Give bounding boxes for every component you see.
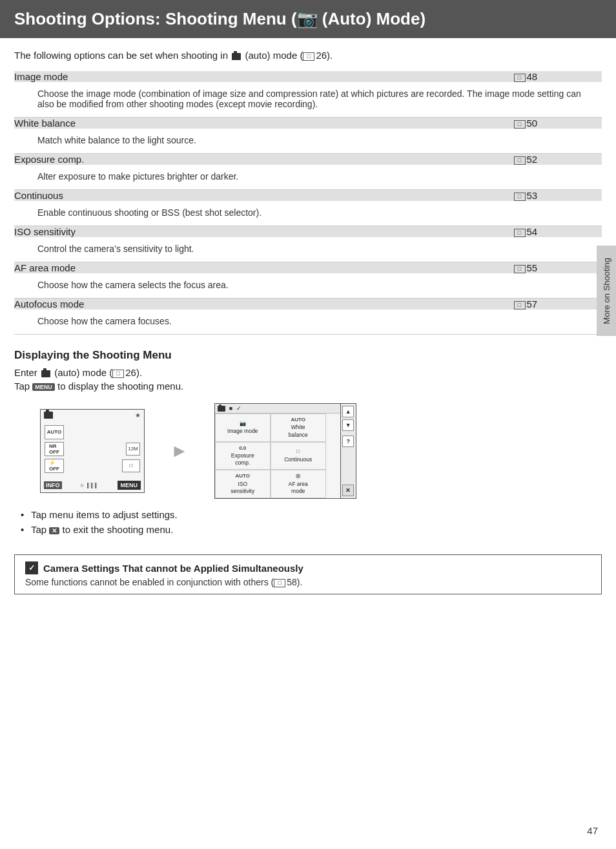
bullet-list: Tap menu items to adjust settings. Tap ✕… bbox=[21, 509, 602, 535]
page-header: Shooting Options: Shooting Menu (📷 (Auto… bbox=[0, 0, 616, 38]
menu-icon: MENU bbox=[32, 383, 55, 391]
table-row-iso: ISO sensitivity □54 bbox=[14, 226, 602, 238]
ref-icon-26: □ bbox=[303, 52, 314, 61]
intro-text: The following options can be set when sh… bbox=[14, 50, 602, 61]
card-icon: □ bbox=[122, 459, 140, 472]
option-label-autofocus: Autofocus mode bbox=[14, 299, 514, 310]
option-label-iso: ISO sensitivity bbox=[14, 226, 514, 238]
table-row-exposure-desc: Alter exposure to make pictures brighter… bbox=[14, 165, 602, 190]
menu-cell-af-label: AF areamode bbox=[289, 481, 308, 495]
res-icon: 12M bbox=[126, 443, 140, 456]
help-button[interactable]: ? bbox=[342, 435, 354, 447]
menu-cell-white-balance[interactable]: AUTO Whitebalance bbox=[271, 414, 326, 442]
camera-screen-left: ★ AUTO NROFF 12M ⚡OFF □ bbox=[40, 409, 145, 493]
image-icon: 📷 bbox=[240, 421, 246, 427]
bullet-item-1: Tap menu items to adjust settings. bbox=[21, 509, 602, 520]
table-row-autofocus: Autofocus mode □57 bbox=[14, 299, 602, 310]
ref-icon-58: □ bbox=[274, 579, 285, 587]
page-number: 47 bbox=[587, 825, 598, 836]
menu-tab-icon2: ✓ bbox=[236, 405, 241, 412]
af-cell-icon: ◎ bbox=[296, 473, 300, 479]
icon-row-3: ⚡OFF □ bbox=[45, 459, 140, 473]
option-desc-af-area: Choose how the camera selects the focus … bbox=[14, 273, 602, 299]
main-content: The following options can be set when sh… bbox=[0, 50, 616, 594]
menu-cell-image-label: Image mode bbox=[227, 428, 258, 435]
note-box-header: ✓ Camera Settings That cannot be Applied… bbox=[25, 561, 591, 574]
table-row-exposure: Exposure comp. □52 bbox=[14, 154, 602, 165]
menu-tab-icon: ■ bbox=[229, 405, 232, 412]
arrow-right-icon: ► bbox=[170, 441, 189, 461]
menu-cell-continuous[interactable]: □ Continuous bbox=[271, 442, 326, 470]
exp-cell-icon: 0.0 bbox=[239, 445, 246, 452]
down-button[interactable]: ▼ bbox=[342, 419, 354, 431]
option-label-af-area: AF area mode bbox=[14, 262, 514, 274]
option-ref-autofocus: □57 bbox=[514, 299, 602, 310]
page-title: Shooting Options: Shooting Menu (📷 (Auto… bbox=[14, 9, 602, 29]
icon-row-2: NROFF 12M bbox=[45, 442, 140, 456]
table-row-continuous-desc: Enable continuous shooting or BSS (best … bbox=[14, 201, 602, 226]
menu-cell-exposure[interactable]: 0.0 Exposurecomp. bbox=[215, 442, 271, 470]
option-desc-continuous: Enable continuous shooting or BSS (best … bbox=[14, 201, 602, 226]
screens-container: ★ AUTO NROFF 12M ⚡OFF □ bbox=[40, 403, 602, 499]
options-table: Image mode □48 Choose the image mode (co… bbox=[14, 71, 602, 335]
option-label-white-balance: White balance bbox=[14, 118, 514, 129]
option-ref-exposure: □52 bbox=[514, 154, 602, 165]
displaying-line1: Enter (auto) mode (□26). bbox=[14, 367, 602, 378]
cs-left-icons: AUTO NROFF 12M ⚡OFF □ bbox=[41, 423, 144, 476]
timer-display: ○ ‖‖‖ bbox=[81, 482, 99, 488]
table-row-autofocus-desc: Choose how the camera focuses. bbox=[14, 309, 602, 335]
note-title: Camera Settings That cannot be Applied S… bbox=[43, 563, 303, 574]
option-ref-af-area: □55 bbox=[514, 262, 602, 274]
cont-cell-icon: □ bbox=[296, 448, 300, 455]
table-row-continuous: Continuous □53 bbox=[14, 190, 602, 202]
table-row-af-area: AF area mode □55 bbox=[14, 262, 602, 274]
camera-screen-right: ■ ✓ 📷 Image mode AUTO Whitebalance bbox=[214, 403, 341, 499]
option-desc-exposure: Alter exposure to make pictures brighter… bbox=[14, 165, 602, 190]
table-row-iso-desc: Control the camera’s sensitivity to ligh… bbox=[14, 237, 602, 262]
option-desc-autofocus: Choose how the camera focuses. bbox=[14, 309, 602, 335]
note-box: ✓ Camera Settings That cannot be Applied… bbox=[14, 554, 602, 594]
ref-icon-26b: □ bbox=[112, 370, 124, 378]
close-button[interactable]: ✕ bbox=[342, 485, 354, 496]
option-desc-iso: Control the camera’s sensitivity to ligh… bbox=[14, 237, 602, 262]
menu-cell-exp-label: Exposurecomp. bbox=[231, 452, 254, 466]
auto-icon: AUTO bbox=[45, 425, 64, 439]
flash-icon: ⚡OFF bbox=[45, 459, 64, 473]
nr-off-icon: NROFF bbox=[45, 442, 64, 456]
menu-cell-iso-label: ISOsensitivity bbox=[231, 481, 254, 495]
menu-cell-image-mode[interactable]: 📷 Image mode bbox=[215, 414, 271, 442]
menu-cell-wb-label: Whitebalance bbox=[289, 424, 308, 438]
cs-right-top: ■ ✓ bbox=[215, 404, 340, 414]
menu-cell-cont-label: Continuous bbox=[284, 456, 312, 463]
option-label-image-mode: Image mode bbox=[14, 71, 514, 82]
icon-row-1: AUTO bbox=[45, 425, 140, 439]
x-icon: ✕ bbox=[49, 527, 59, 534]
option-ref-iso: □54 bbox=[514, 226, 602, 238]
displaying-line2: Tap MENU to display the shooting menu. bbox=[14, 381, 602, 392]
menu-cell-iso[interactable]: AUTO ISOsensitivity bbox=[215, 470, 271, 498]
cs-left-bottom: INFO ○ ‖‖‖ MENU bbox=[41, 479, 144, 492]
wb-cell-icon: AUTO bbox=[291, 417, 305, 423]
menu-button-screen[interactable]: MENU bbox=[118, 481, 141, 490]
menu-cell-af-area[interactable]: ◎ AF areamode bbox=[271, 470, 326, 498]
up-button[interactable]: ▲ bbox=[342, 406, 354, 417]
option-label-exposure: Exposure comp. bbox=[14, 154, 514, 165]
note-text: Some functions cannot be enabled in conj… bbox=[25, 577, 591, 587]
option-desc-image-mode: Choose the image mode (combination of im… bbox=[14, 82, 602, 118]
menu-grid: 📷 Image mode AUTO Whitebalance 0.0 Expos… bbox=[215, 414, 326, 498]
displaying-section: Displaying the Shooting Menu Enter (auto… bbox=[14, 349, 602, 535]
side-buttons: ▲ ▼ ? ✕ bbox=[341, 403, 356, 499]
table-row-white-balance-desc: Match white balance to the light source. bbox=[14, 129, 602, 154]
side-tab-label: More on Shooting bbox=[602, 258, 611, 324]
table-row-image-mode: Image mode □48 bbox=[14, 71, 602, 82]
cs-left-top: ★ bbox=[41, 410, 144, 419]
side-tab: More on Shooting bbox=[597, 246, 616, 336]
table-row-image-mode-desc: Choose the image mode (combination of im… bbox=[14, 82, 602, 118]
table-row-white-balance: White balance □50 bbox=[14, 118, 602, 129]
bullet-item-2: Tap ✕ to exit the shooting menu. bbox=[21, 524, 602, 535]
option-ref-image-mode: □48 bbox=[514, 71, 602, 82]
note-icon: ✓ bbox=[25, 561, 38, 574]
option-desc-white-balance: Match white balance to the light source. bbox=[14, 129, 602, 154]
option-ref-white-balance: □50 bbox=[514, 118, 602, 129]
option-ref-continuous: □53 bbox=[514, 190, 602, 202]
